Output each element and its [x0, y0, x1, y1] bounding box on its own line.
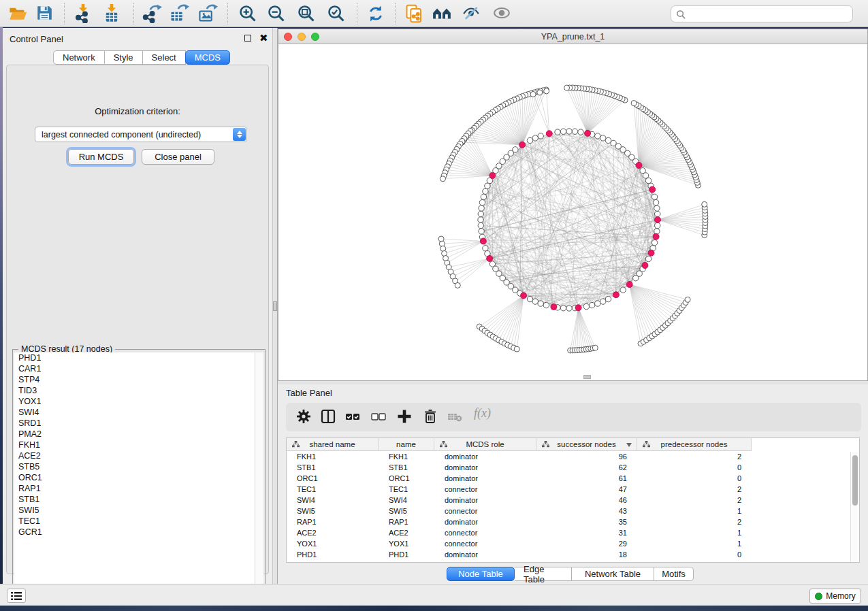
- network-node[interactable]: [479, 199, 485, 205]
- network-node[interactable]: [532, 299, 538, 304]
- mcds-hub-node[interactable]: [585, 130, 591, 136]
- network-node[interactable]: [543, 302, 549, 308]
- mcds-hub-node[interactable]: [575, 305, 581, 311]
- network-node[interactable]: [595, 301, 600, 306]
- mcds-hub-node[interactable]: [648, 250, 654, 256]
- zoom-in-icon[interactable]: [238, 4, 259, 23]
- network-node[interactable]: [572, 129, 577, 134]
- network-node[interactable]: [538, 133, 543, 139]
- mcds-hub-node[interactable]: [551, 304, 557, 310]
- list-item[interactable]: SRD1: [14, 418, 255, 429]
- hide-selected-eye-icon[interactable]: [462, 4, 482, 23]
- network-node[interactable]: [530, 91, 536, 97]
- network-node[interactable]: [538, 301, 543, 306]
- list-item[interactable]: FKH1: [14, 440, 255, 450]
- network-node[interactable]: [600, 135, 606, 141]
- list-item[interactable]: STB5: [14, 461, 255, 472]
- network-node[interactable]: [527, 137, 532, 143]
- export-image-icon[interactable]: [197, 4, 218, 23]
- list-item[interactable]: PHD1: [14, 352, 255, 363]
- network-canvas[interactable]: [278, 44, 867, 378]
- network-node[interactable]: [514, 346, 519, 352]
- list-item[interactable]: RAP1: [14, 483, 255, 494]
- export-table-icon[interactable]: [169, 4, 189, 23]
- float-panel-icon[interactable]: [244, 35, 251, 42]
- table-row[interactable]: FKH1FKH1dominator962: [287, 451, 852, 462]
- network-node[interactable]: [455, 282, 460, 288]
- network-node[interactable]: [605, 137, 611, 143]
- deselect-all-icon[interactable]: [370, 408, 388, 426]
- list-item[interactable]: YOX1: [14, 396, 255, 407]
- list-item[interactable]: STB1: [14, 494, 255, 505]
- task-history-button[interactable]: [7, 589, 26, 603]
- network-node[interactable]: [589, 302, 594, 308]
- network-node[interactable]: [537, 90, 543, 95]
- network-node[interactable]: [438, 236, 444, 242]
- tab-style[interactable]: Style: [105, 50, 143, 65]
- zoom-fit-icon[interactable]: [297, 4, 317, 23]
- table-row[interactable]: RAP1RAP1dominator352: [287, 516, 852, 527]
- list-item[interactable]: GCR1: [14, 527, 255, 538]
- mcds-hub-node[interactable]: [655, 217, 661, 223]
- column-header[interactable]: shared name: [287, 438, 379, 451]
- mcds-hub-node[interactable]: [649, 186, 656, 193]
- delete-table-icon[interactable]: [447, 408, 464, 426]
- mcds-hub-node[interactable]: [653, 233, 659, 240]
- network-node[interactable]: [478, 211, 483, 216]
- tab-mcds[interactable]: MCDS: [185, 50, 230, 65]
- list-item[interactable]: TEC1: [14, 516, 255, 527]
- first-neighbors-icon[interactable]: [432, 4, 452, 23]
- criterion-dropdown[interactable]: largest connected component (undirected): [35, 127, 247, 142]
- mcds-list-scrollbar[interactable]: [255, 352, 263, 600]
- network-node[interactable]: [652, 194, 657, 199]
- network-node[interactable]: [655, 211, 660, 216]
- mcds-hub-node[interactable]: [642, 262, 648, 268]
- network-node[interactable]: [544, 88, 549, 94]
- mcds-hub-node[interactable]: [613, 292, 619, 298]
- settings-gear-icon[interactable]: [295, 408, 313, 426]
- table-row[interactable]: SWI4SWI4dominator462: [287, 495, 852, 506]
- list-item[interactable]: ACE2: [14, 450, 255, 461]
- close-panel-button[interactable]: Close panel: [142, 149, 214, 165]
- table-row[interactable]: YOX1YOX1connector291: [287, 538, 852, 549]
- search-input[interactable]: [689, 7, 846, 20]
- network-node[interactable]: [685, 297, 690, 302]
- network-node[interactable]: [439, 241, 445, 246]
- list-item[interactable]: ORC1: [14, 472, 255, 483]
- run-mcds-button[interactable]: Run MCDS: [68, 149, 134, 165]
- table-scrollbar-thumb[interactable]: [852, 455, 858, 506]
- import-network-icon[interactable]: [74, 4, 94, 23]
- network-node[interactable]: [560, 306, 566, 311]
- network-node[interactable]: [564, 85, 570, 90]
- network-resize-grip[interactable]: [583, 375, 591, 379]
- zoom-out-icon[interactable]: [267, 4, 287, 23]
- network-node[interactable]: [532, 135, 538, 141]
- network-node[interactable]: [583, 303, 589, 309]
- network-node[interactable]: [485, 183, 490, 188]
- network-node[interactable]: [566, 129, 572, 134]
- network-node[interactable]: [440, 176, 446, 182]
- network-node[interactable]: [478, 222, 483, 228]
- network-node[interactable]: [655, 222, 660, 228]
- column-header[interactable]: name: [379, 438, 434, 451]
- column-header[interactable]: successor nodes: [536, 438, 637, 451]
- mcds-hub-node[interactable]: [636, 162, 642, 168]
- table-scrollbar[interactable]: [850, 452, 858, 562]
- mcds-result-list[interactable]: PHD1CAR1STP4TID3YOX1SWI4SRD1PMA2FKH1ACE2…: [14, 352, 255, 600]
- network-node[interactable]: [702, 201, 707, 207]
- network-window-titlebar[interactable]: YPA_prune.txt_1: [278, 29, 867, 44]
- add-column-icon[interactable]: [396, 408, 414, 426]
- network-node[interactable]: [645, 256, 651, 261]
- column-header[interactable]: MCDS role: [434, 438, 536, 451]
- open-file-icon[interactable]: [8, 4, 29, 23]
- network-node[interactable]: [652, 240, 657, 245]
- splitter-grip[interactable]: [273, 301, 277, 311]
- network-node[interactable]: [620, 287, 626, 293]
- network-node[interactable]: [481, 194, 486, 199]
- network-node[interactable]: [478, 217, 483, 222]
- new-network-from-selection-icon[interactable]: [404, 4, 425, 23]
- list-item[interactable]: CAR1: [14, 363, 255, 374]
- apply-layout-icon[interactable]: [366, 4, 387, 23]
- list-item[interactable]: TID3: [14, 385, 255, 396]
- table-row[interactable]: ORC1ORC1dominator610: [287, 473, 852, 484]
